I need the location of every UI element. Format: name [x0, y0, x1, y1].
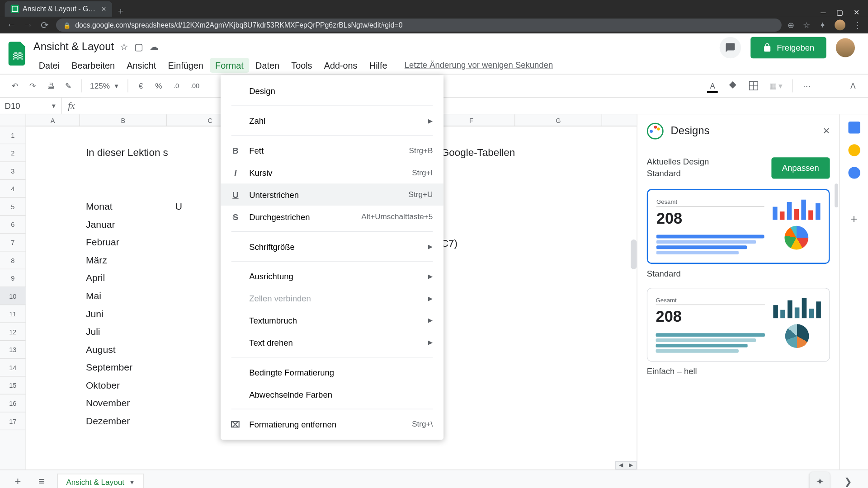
menu-bearbeiten[interactable]: Bearbeiten	[66, 57, 120, 72]
close-window-icon[interactable]: ✕	[854, 8, 859, 16]
customize-button[interactable]: Anpassen	[771, 157, 830, 178]
row-header-4[interactable]: 4	[0, 180, 26, 198]
comments-button[interactable]	[720, 37, 741, 58]
show-side-panel-button[interactable]: ❯	[837, 476, 858, 488]
document-title[interactable]: Ansicht & Layout	[33, 40, 114, 53]
last-edit-link[interactable]: Letzte Änderung vor wenigen Sekunden	[405, 60, 553, 70]
format-menu-zahl[interactable]: Zahl▶	[221, 110, 443, 132]
star-icon[interactable]: ☆	[120, 41, 128, 52]
sheets-logo-icon[interactable]	[7, 39, 28, 68]
column-header-A[interactable]: A	[26, 114, 80, 126]
move-icon[interactable]: ▢	[134, 41, 143, 52]
reload-button[interactable]: ⟳	[39, 19, 50, 31]
row-header-5[interactable]: 5	[0, 198, 26, 216]
select-all-corner[interactable]	[0, 114, 26, 126]
menu-ansicht[interactable]: Ansicht	[121, 57, 161, 72]
format-menu-durchgestrichen[interactable]: SDurchgestrichenAlt+Umschalttaste+5	[221, 206, 443, 228]
theme-card-einfach-hell[interactable]: Gesamt208	[647, 288, 830, 362]
close-panel-button[interactable]: ×	[823, 124, 830, 137]
format-menu-abwechselnde-farben[interactable]: Abwechselnde Farben	[221, 383, 443, 405]
text-color-button[interactable]: A	[705, 77, 720, 94]
decrease-decimal-button[interactable]: .0	[169, 77, 184, 94]
back-button[interactable]: ←	[6, 20, 17, 31]
format-menu-bedingte-formatierung[interactable]: Bedingte Formatierung	[221, 361, 443, 383]
calendar-addon-icon[interactable]	[848, 122, 860, 133]
row-header-6[interactable]: 6	[0, 216, 26, 234]
chevron-down-icon[interactable]: ▼	[129, 479, 135, 486]
format-menu-formatierung-entfernen[interactable]: ⌧Formatierung entfernenStrg+\	[221, 413, 443, 435]
borders-button[interactable]	[745, 77, 762, 94]
new-tab-button[interactable]: +	[112, 6, 130, 17]
format-menu-unterstrichen[interactable]: UUnterstrichenStrg+U	[221, 183, 443, 206]
panel-scrollbar[interactable]	[835, 183, 838, 207]
menu-hilfe[interactable]: Hilfe	[364, 57, 392, 72]
menu-datei[interactable]: Datei	[33, 57, 65, 72]
redo-button[interactable]: ↷	[25, 77, 40, 94]
row-header-12[interactable]: 12	[0, 323, 26, 341]
row-header-15[interactable]: 15	[0, 376, 26, 394]
chrome-menu-icon[interactable]: ⋮	[854, 20, 862, 30]
row-header-14[interactable]: 14	[0, 359, 26, 377]
row-header-9[interactable]: 9	[0, 269, 26, 287]
tab-close-icon[interactable]: ×	[101, 4, 106, 14]
theme-card-standard[interactable]: Gesamt208	[647, 189, 830, 264]
tasks-addon-icon[interactable]	[848, 167, 860, 178]
format-menu-kursiv[interactable]: IKursivStrg+I	[221, 161, 443, 183]
percent-button[interactable]: %	[151, 77, 166, 94]
column-header-G[interactable]: G	[515, 114, 602, 126]
row-header-17[interactable]: 17	[0, 413, 26, 431]
bookmark-icon[interactable]: ☆	[803, 20, 811, 30]
format-menu-textumbruch[interactable]: Textumbruch▶	[221, 309, 443, 331]
row-header-11[interactable]: 11	[0, 305, 26, 323]
zoom-selector[interactable]: 125% ▼	[86, 81, 123, 90]
format-menu-schriftgröße[interactable]: Schriftgröße▶	[221, 235, 443, 258]
currency-button[interactable]: €	[133, 77, 148, 94]
account-avatar[interactable]	[836, 38, 855, 57]
cloud-status-icon[interactable]: ☁	[149, 41, 159, 52]
share-button[interactable]: Freigeben	[750, 37, 826, 58]
extensions-icon[interactable]: ✦	[819, 20, 826, 30]
row-header-3[interactable]: 3	[0, 162, 26, 180]
paint-format-button[interactable]: ✎	[61, 77, 76, 94]
row-header-2[interactable]: 2	[0, 144, 26, 162]
formula-input[interactable]	[81, 98, 868, 114]
collapse-toolbar-button[interactable]: ᐱ	[845, 77, 861, 94]
add-addon-button[interactable]: +	[850, 212, 857, 225]
row-header-10[interactable]: 10	[0, 287, 26, 305]
increase-decimal-button[interactable]: .00	[187, 77, 203, 94]
forward-button[interactable]: →	[23, 20, 33, 31]
column-header-B[interactable]: B	[80, 114, 167, 126]
row-header-8[interactable]: 8	[0, 251, 26, 269]
menu-add-ons[interactable]: Add-ons	[319, 57, 363, 72]
zoom-indicator-icon[interactable]: ⊕	[788, 20, 795, 30]
browser-tab[interactable]: Ansicht & Layout - Google Tabel ×	[5, 1, 112, 17]
format-menu-design[interactable]: Design	[221, 80, 443, 102]
more-toolbar-button[interactable]: ⋯	[799, 77, 814, 94]
merge-cells-button[interactable]: ▦ ▾	[766, 77, 787, 94]
maximize-icon[interactable]: ▢	[836, 8, 843, 16]
horizontal-scroll-arrows[interactable]: ◀▶	[615, 461, 637, 469]
vertical-scrollbar[interactable]	[631, 239, 637, 269]
keep-addon-icon[interactable]	[848, 144, 860, 156]
print-button[interactable]: 🖶	[43, 77, 58, 94]
all-sheets-button[interactable]: ≡	[33, 474, 50, 488]
menu-einfügen[interactable]: Einfügen	[163, 57, 209, 72]
sheet-tab-active[interactable]: Ansicht & Layout ▼	[57, 474, 144, 488]
add-sheet-button[interactable]: +	[9, 474, 26, 488]
explore-button[interactable]: ✦	[810, 472, 830, 488]
fill-color-button[interactable]	[724, 77, 742, 94]
row-header-16[interactable]: 16	[0, 394, 26, 413]
undo-button[interactable]: ↶	[7, 77, 23, 94]
menu-tools[interactable]: Tools	[286, 57, 317, 72]
row-header-1[interactable]: 1	[0, 127, 26, 145]
url-field[interactable]: 🔒 docs.google.com/spreadsheets/d/12KXm2A…	[56, 19, 782, 32]
format-menu-fett[interactable]: BFettStrg+B	[221, 140, 443, 162]
format-menu-ausrichtung[interactable]: Ausrichtung▶	[221, 265, 443, 287]
row-header-7[interactable]: 7	[0, 234, 26, 252]
format-menu-text-drehen[interactable]: Text drehen▶	[221, 331, 443, 353]
name-box[interactable]: D10 ▼	[0, 98, 62, 114]
row-header-13[interactable]: 13	[0, 341, 26, 359]
menu-format[interactable]: Format	[210, 57, 249, 72]
profile-avatar-small[interactable]	[835, 20, 845, 31]
minimize-icon[interactable]: ─	[821, 8, 826, 16]
